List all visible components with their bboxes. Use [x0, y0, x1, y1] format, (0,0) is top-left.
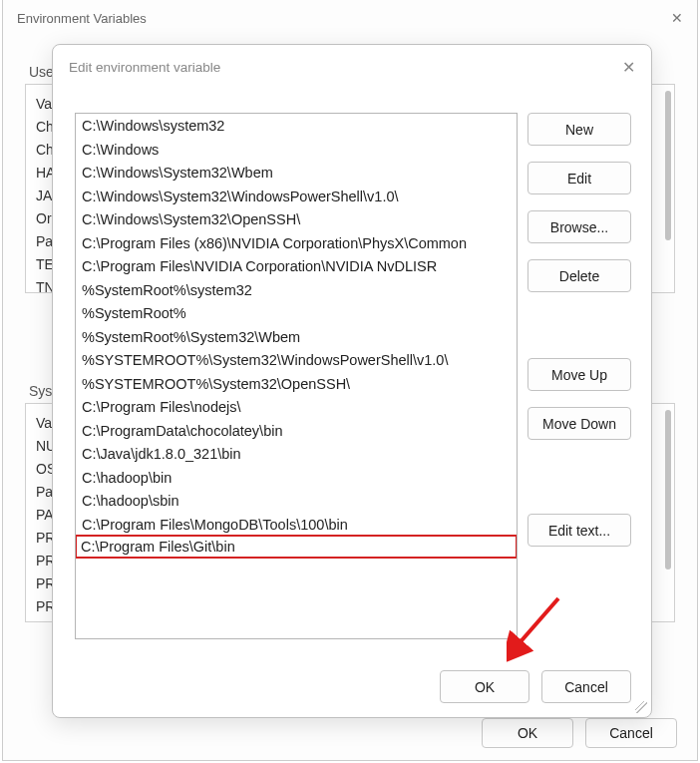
path-entry[interactable]: C:\Program Files (x86)\NVIDIA Corporatio… [76, 231, 517, 255]
move-down-button[interactable]: Move Down [527, 407, 631, 440]
path-entry[interactable]: C:\hadoop\bin [76, 466, 517, 490]
path-entry[interactable]: C:\hadoop\sbin [76, 489, 517, 513]
path-entry[interactable]: %SystemRoot% [76, 301, 517, 325]
edit-env-var-dialog: Edit environment variable ✕ C:\Windows\s… [52, 44, 652, 718]
path-entry[interactable]: C:\Windows [76, 138, 517, 162]
path-entry[interactable]: %SystemRoot%\system32 [76, 278, 517, 302]
spacer [527, 308, 631, 342]
path-entry[interactable]: C:\ProgramData\chocolatey\bin [76, 419, 517, 443]
scrollbar[interactable] [665, 91, 671, 240]
path-entry[interactable]: %SystemRoot%\System32\Wbem [76, 325, 517, 349]
path-entry[interactable]: C:\Windows\system32 [76, 114, 517, 138]
path-entry[interactable]: C:\Java\jdk1.8.0_321\bin [76, 442, 517, 466]
move-up-button[interactable]: Move Up [527, 358, 631, 391]
path-entry[interactable]: %SYSTEMROOT%\System32\OpenSSH\ [76, 372, 517, 396]
browse-button[interactable]: Browse... [527, 210, 631, 243]
path-entry[interactable]: C:\Program Files\MongoDB\Tools\100\bin [76, 513, 517, 537]
new-button[interactable]: New [527, 113, 631, 146]
edit-titlebar: Edit environment variable ✕ [53, 45, 651, 89]
path-entry[interactable]: %SYSTEMROOT%\System32\WindowsPowerShell\… [76, 348, 517, 372]
path-entry[interactable]: C:\Program Files\NVIDIA Corporation\NVID… [76, 254, 517, 278]
envvar-title: Environment Variables [17, 11, 147, 26]
path-entry[interactable]: C:\Program Files\nodejs\ [76, 395, 517, 419]
cancel-button[interactable]: Cancel [585, 718, 677, 748]
path-entry[interactable]: C:\Windows\System32\Wbem [76, 161, 517, 185]
edit-button-column: New Edit Browse... Delete Move Up Move D… [527, 113, 631, 547]
envvar-titlebar: Environment Variables ✕ [3, 0, 697, 36]
path-listbox[interactable]: C:\Windows\system32C:\WindowsC:\Windows\… [75, 113, 518, 639]
envvar-dialog-actions: OK Cancel [482, 718, 677, 748]
edit-dialog-actions: OK Cancel [440, 670, 631, 703]
close-icon[interactable]: ✕ [671, 10, 683, 26]
path-entry[interactable]: C:\Windows\System32\OpenSSH\ [76, 207, 517, 231]
ok-button[interactable]: OK [440, 670, 529, 703]
cancel-button[interactable]: Cancel [541, 670, 631, 703]
path-entry[interactable]: C:\Program Files\Git\bin [75, 535, 518, 559]
edit-button[interactable]: Edit [527, 162, 631, 194]
resize-grip-icon[interactable] [635, 701, 647, 713]
spacer [527, 456, 631, 498]
edit-text-button[interactable]: Edit text... [527, 514, 631, 547]
scrollbar[interactable] [665, 410, 671, 570]
edit-dialog-title: Edit environment variable [69, 60, 220, 75]
close-icon[interactable]: ✕ [622, 58, 635, 77]
delete-button[interactable]: Delete [527, 259, 631, 292]
ok-button[interactable]: OK [482, 718, 573, 748]
path-entry[interactable]: C:\Windows\System32\WindowsPowerShell\v1… [76, 185, 517, 208]
edit-dialog-body: C:\Windows\system32C:\WindowsC:\Windows\… [53, 89, 651, 717]
